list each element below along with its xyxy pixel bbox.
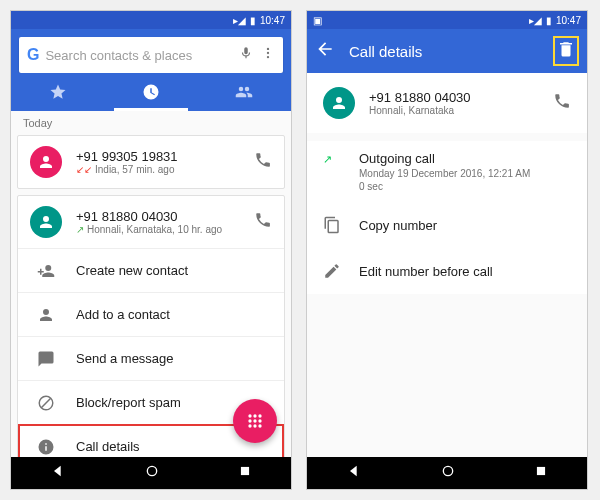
call-log-content: Today +91 99305 19831 ↙↙India, 57 min. a…	[11, 111, 291, 457]
avatar	[323, 87, 355, 119]
nav-home[interactable]	[440, 463, 456, 483]
call-duration: 0 sec	[359, 181, 571, 192]
call-meta: Honnali, Karnataka, 10 hr. ago	[87, 224, 222, 235]
phone-icon[interactable]	[254, 151, 272, 173]
call-entry-card: +91 99305 19831 ↙↙India, 57 min. ago	[17, 135, 285, 189]
option-label: Block/report spam	[76, 395, 181, 410]
info-icon	[30, 438, 62, 456]
svg-point-0	[267, 48, 269, 50]
svg-point-10	[253, 424, 256, 427]
svg-rect-13	[241, 467, 249, 475]
delete-icon[interactable]	[553, 36, 579, 66]
call-entry[interactable]: +91 99305 19831 ↙↙India, 57 min. ago	[18, 136, 284, 188]
copy-icon	[323, 216, 359, 234]
app-bar: G Search contacts & places	[11, 29, 291, 111]
detail-content: +91 81880 04030 Honnali, Karnataka ↗ Out…	[307, 73, 587, 457]
option-create-contact[interactable]: Create new contact	[18, 248, 284, 292]
svg-rect-15	[537, 467, 545, 475]
svg-point-4	[253, 414, 256, 417]
block-icon	[30, 394, 62, 412]
tabs	[11, 73, 291, 111]
phone-icon[interactable]	[553, 92, 571, 114]
dialpad-fab[interactable]	[233, 399, 277, 443]
action-edit-number[interactable]: Edit number before call	[307, 248, 587, 294]
search-box[interactable]: G Search contacts & places	[19, 37, 283, 73]
signal-icon: ▸◢	[529, 15, 542, 26]
call-number: +91 99305 19831	[76, 149, 254, 164]
call-time: Monday 19 December 2016, 12:21 AM	[359, 168, 571, 179]
action-label: Copy number	[359, 218, 437, 233]
option-send-message[interactable]: Send a message	[18, 336, 284, 380]
status-time: 10:47	[556, 15, 581, 26]
tab-recents[interactable]	[104, 73, 197, 111]
svg-point-11	[258, 424, 261, 427]
screenshot-icon: ▣	[313, 15, 322, 26]
contact-number: +91 81880 04030	[369, 90, 553, 105]
svg-point-5	[258, 414, 261, 417]
svg-point-3	[248, 414, 251, 417]
nav-recents[interactable]	[534, 464, 548, 482]
svg-point-9	[248, 424, 251, 427]
option-label: Send a message	[76, 351, 174, 366]
avatar	[30, 206, 62, 238]
call-meta: India, 57 min. ago	[95, 164, 175, 175]
status-time: 10:47	[260, 15, 285, 26]
google-g-icon: G	[27, 46, 39, 64]
message-icon	[30, 350, 62, 368]
edit-icon	[323, 262, 359, 280]
search-placeholder: Search contacts & places	[45, 48, 239, 63]
status-bar: ▸◢ ▮ 10:47	[11, 11, 291, 29]
person-icon	[30, 306, 62, 324]
person-add-icon	[30, 262, 62, 280]
section-today: Today	[11, 111, 291, 135]
contact-header[interactable]: +91 81880 04030 Honnali, Karnataka	[307, 73, 587, 133]
more-icon[interactable]	[261, 46, 275, 64]
phone-call-details: ▣ ▸◢ ▮ 10:47 Call details +91 81880 0403…	[306, 10, 588, 490]
phone-call-log: ▸◢ ▮ 10:47 G Search contacts & places To…	[10, 10, 292, 490]
svg-point-12	[147, 466, 156, 475]
battery-icon: ▮	[546, 15, 552, 26]
option-label: Call details	[76, 439, 140, 454]
tab-favorites[interactable]	[11, 73, 104, 111]
nav-back[interactable]	[50, 463, 66, 483]
avatar	[30, 146, 62, 178]
call-entry[interactable]: +91 81880 04030 ↗Honnali, Karnataka, 10 …	[18, 196, 284, 248]
phone-icon[interactable]	[254, 211, 272, 233]
battery-icon: ▮	[250, 15, 256, 26]
nav-back[interactable]	[346, 463, 362, 483]
call-number: +91 81880 04030	[76, 209, 254, 224]
action-copy-number[interactable]: Copy number	[307, 202, 587, 248]
call-info: ↗ Outgoing call Monday 19 December 2016,…	[307, 141, 587, 202]
missed-arrows-icon: ↙↙	[76, 164, 92, 175]
option-add-contact[interactable]: Add to a contact	[18, 292, 284, 336]
svg-point-2	[267, 56, 269, 58]
tab-contacts[interactable]	[198, 73, 291, 111]
outgoing-arrow-icon: ↗	[323, 153, 332, 166]
svg-point-7	[253, 419, 256, 422]
nav-bar	[307, 457, 587, 489]
svg-point-6	[248, 419, 251, 422]
svg-point-14	[443, 466, 452, 475]
nav-home[interactable]	[144, 463, 160, 483]
option-label: Create new contact	[76, 263, 188, 278]
option-label: Add to a contact	[76, 307, 170, 322]
detail-app-bar: Call details	[307, 29, 587, 73]
mic-icon[interactable]	[239, 46, 253, 64]
outgoing-arrow-icon: ↗	[76, 224, 84, 235]
action-label: Edit number before call	[359, 264, 493, 279]
nav-recents[interactable]	[238, 464, 252, 482]
signal-icon: ▸◢	[233, 15, 246, 26]
nav-bar	[11, 457, 291, 489]
svg-point-8	[258, 419, 261, 422]
back-icon[interactable]	[315, 39, 335, 63]
contact-location: Honnali, Karnataka	[369, 105, 553, 116]
status-bar: ▣ ▸◢ ▮ 10:47	[307, 11, 587, 29]
svg-point-1	[267, 52, 269, 54]
page-title: Call details	[349, 43, 553, 60]
call-type: Outgoing call	[359, 151, 571, 166]
